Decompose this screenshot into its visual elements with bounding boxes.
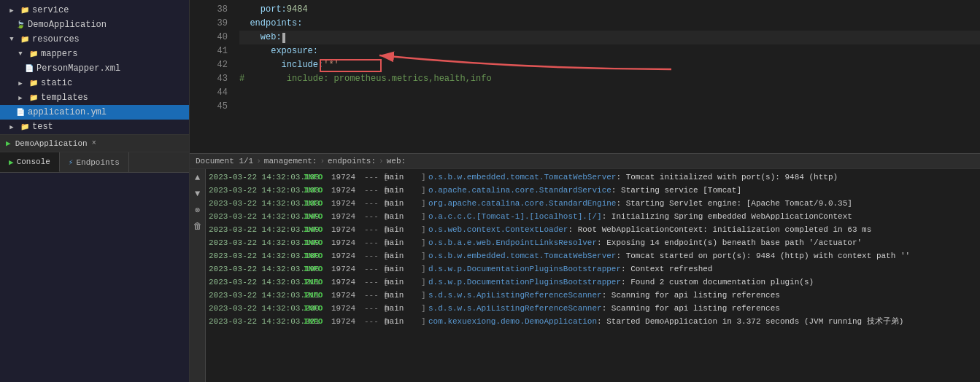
log-class: o.apache.catalina.core.StandardService [428,184,611,197]
log-pid: 19724 [331,236,364,249]
demo-application-run-tab: ▶ DemoApplication × [0,135,189,152]
code-line-42: include: '*' [239,58,980,72]
log-pid: 19724 [331,276,364,289]
log-message: : Context refreshed [621,262,977,276]
log-dash: --- [ [364,171,385,184]
log-rbracket: ] [421,315,428,328]
run-console: ▲ ▼ ⊗ 🗑 2023-03-22 14:32:03.133 INFO 197… [190,169,980,382]
code-line-38: port: 9484 [239,3,980,17]
code-line-43: # include: prometheus.metrics,health,inf… [239,72,980,86]
tree-item-demoapplication[interactable]: 🍃 DemoApplication [0,17,189,32]
log-class: s.d.s.w.s.ApiListingReferenceScanner [428,289,602,302]
breadcrumb-endpoints: endpoints: [328,157,376,165]
tree-item-service[interactable]: ▶ 📁 service [0,3,189,17]
code-token: port: [239,3,287,17]
tree-item-test[interactable]: ▶ 📁 test [0,120,189,134]
log-level: INFO [304,302,331,315]
tab-console[interactable]: ▶ Console [0,152,60,172]
log-rbracket: ] [421,236,428,249]
log-class: d.s.w.p.DocumentationPluginsBootstrapper [428,276,621,289]
log-timestamp: 2023-03-22 14:32:03.211 [209,289,304,302]
log-timestamp: 2023-03-22 14:32:03.180 [209,249,304,262]
tree-item-templates[interactable]: ▶ 📁 templates [0,90,189,105]
file-tree: ▶ 📁 service 🍃 DemoApplication ▼ 📁 resour… [0,0,189,135]
log-class: o.s.web.context.ContextLoader [428,223,568,236]
log-class: o.s.b.w.embedded.tomcat.TomcatWebServer [428,171,616,184]
log-thread: main [385,236,421,249]
log-dash: --- [ [364,197,385,210]
log-class: o.a.c.c.C.[Tomcat-1].[localhost].[/] [428,210,602,223]
log-class: o.s.b.a.e.web.EndpointLinksResolver [428,236,597,249]
folder-icon-resources: 📁 [19,34,31,45]
tree-item-resources[interactable]: ▼ 📁 resources [0,32,189,47]
code-line-45 [239,100,980,114]
code-token: web: [239,31,282,44]
tree-item-application-yml[interactable]: 📄 application.yml [0,105,189,120]
tree-label-personmapper: PersonMapper.xml [36,63,120,74]
code-content[interactable]: port: 9484 endpoints: web: exposure: inc… [234,0,980,153]
log-level: INFO [304,184,331,197]
chevron-down-icon: ▼ [6,34,18,45]
sidebar-bottom: ▶ Console ⚡ Endpoints [0,152,189,382]
log-pid: 19724 [331,249,364,262]
breakpoint-area [190,0,203,153]
log-line: 2023-03-22 14:32:03.133 INFO 19724 --- [… [206,197,980,210]
log-dash: --- [ [364,262,385,276]
breadcrumb-sep-2: › [320,157,325,165]
main-area: 38 39 40 41 42 43 44 45 port: 9484 endpo… [190,0,980,382]
log-rbracket: ] [421,276,428,289]
log-dash: --- [ [364,249,385,262]
scroll-down-button[interactable]: ▼ [192,188,204,200]
log-level: INFO [304,262,331,276]
log-dash: --- [ [364,302,385,315]
log-line: 2023-03-22 14:32:03.133 INFO 19724 --- [… [206,184,980,197]
log-pid: 19724 [331,184,364,197]
log-rbracket: ] [421,223,428,236]
code-line-40: web: [239,31,980,44]
tree-label-test: test [32,122,53,132]
tree-item-personmapper[interactable]: 📄 PersonMapper.xml [0,61,189,76]
log-dash: --- [ [364,184,385,197]
log-timestamp: 2023-03-22 14:32:03.133 [209,171,304,184]
log-line: 2023-03-22 14:32:03.321 INFO 19724 --- [… [206,315,980,328]
tree-item-mappers[interactable]: ▼ 📁 mappers [0,47,189,61]
log-line: 2023-03-22 14:32:03.211 INFO 19724 --- [… [206,276,980,289]
folder-icon: 📁 [19,4,31,16]
log-line: 2023-03-22 14:32:03.149 INFO 19724 --- [… [206,223,980,236]
chevron-down-icon-mappers: ▼ [15,48,26,60]
log-dash: --- [ [364,315,385,328]
code-editor: 38 39 40 41 42 43 44 45 port: 9484 endpo… [190,0,980,153]
log-thread: main [385,210,421,223]
log-dash: --- [ [364,223,385,236]
log-line: 2023-03-22 14:32:03.230 INFO 19724 --- [… [206,302,980,315]
close-run-tab[interactable]: × [92,139,96,147]
log-timestamp: 2023-03-22 14:32:03.196 [209,262,304,276]
log-thread: main [385,289,421,302]
log-class: org.apache.catalina.core.StandardEngine [428,197,616,210]
log-thread: main [385,223,421,236]
log-pid: 19724 [331,302,364,315]
chevron-right-icon-static: ▶ [15,77,26,89]
clear-button[interactable]: 🗑 [192,220,204,232]
tree-label-demoapplication: DemoApplication [28,20,107,30]
log-line: 2023-03-22 14:32:03.196 INFO 19724 --- [… [206,262,980,276]
log-line: 2023-03-22 14:32:03.180 INFO 19724 --- [… [206,249,980,262]
log-line: 2023-03-22 14:32:03.211 INFO 19724 --- [… [206,289,980,302]
breadcrumb-web: web: [387,157,406,165]
code-token: 9484 [287,3,308,17]
log-thread: main [385,184,421,197]
endpoints-tab-label: Endpoints [76,158,119,167]
code-token: '*' [323,58,339,72]
tab-endpoints[interactable]: ⚡ Endpoints [60,152,129,172]
log-pid: 19724 [331,171,364,184]
folder-icon-templates: 📁 [28,92,39,104]
log-level: INFO [304,289,331,302]
tree-item-static[interactable]: ▶ 📁 static [0,76,189,90]
log-pid: 19724 [331,289,364,302]
log-message: : Started DemoApplication in 3.372 secon… [597,315,977,328]
code-token: include: [239,58,323,72]
scroll-up-button[interactable]: ▲ [192,172,204,184]
console-body: ▲ ▼ ⊗ 🗑 2023-03-22 14:32:03.133 INFO 197… [190,169,980,382]
stop-button[interactable]: ⊗ [192,204,204,216]
tree-label-application-yml: application.yml [28,107,107,117]
